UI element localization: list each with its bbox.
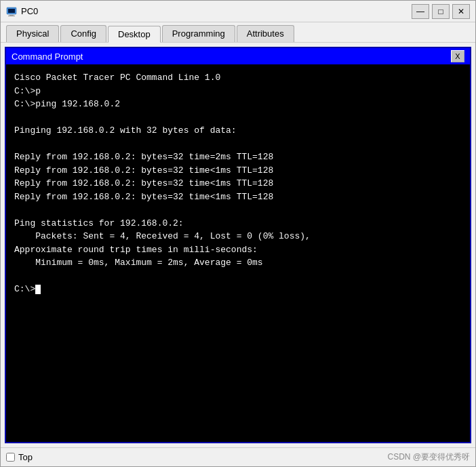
tab-attributes[interactable]: Attributes <box>237 25 294 42</box>
tab-programming[interactable]: Programming <box>162 25 235 42</box>
app-icon <box>6 6 17 17</box>
cursor <box>35 285 41 294</box>
watermark: CSDN @要变得优秀呀 <box>387 451 470 463</box>
window-title: PC0 <box>21 6 412 16</box>
terminal-output[interactable]: Cisco Packet Tracer PC Command Line 1.0 … <box>6 64 470 442</box>
cmd-close-button[interactable]: X <box>451 50 464 62</box>
tab-desktop[interactable]: Desktop <box>108 26 161 43</box>
content-area: Command Prompt X Cisco Packet Tracer PC … <box>1 43 475 447</box>
window-controls: — □ ✕ <box>412 4 470 19</box>
top-checkbox[interactable] <box>6 453 15 462</box>
tab-physical[interactable]: Physical <box>6 25 59 42</box>
cmd-title: Command Prompt <box>12 52 83 62</box>
cmd-title-bar: Command Prompt X <box>6 48 470 64</box>
maximize-button[interactable]: □ <box>432 4 450 19</box>
tab-bar: Physical Config Desktop Programming Attr… <box>1 22 475 43</box>
main-window: PC0 — □ ✕ Physical Config Desktop Progra… <box>0 0 476 467</box>
title-bar: PC0 — □ ✕ <box>1 1 475 22</box>
minimize-button[interactable]: — <box>412 4 429 19</box>
top-checkbox-area: Top <box>6 452 33 462</box>
command-prompt-container: Command Prompt X Cisco Packet Tracer PC … <box>5 47 471 443</box>
top-label: Top <box>18 452 33 462</box>
svg-rect-3 <box>8 16 15 16</box>
tab-config[interactable]: Config <box>60 25 106 42</box>
svg-rect-1 <box>8 9 15 13</box>
bottom-bar: Top CSDN @要变得优秀呀 <box>1 447 475 466</box>
close-button[interactable]: ✕ <box>452 4 470 19</box>
